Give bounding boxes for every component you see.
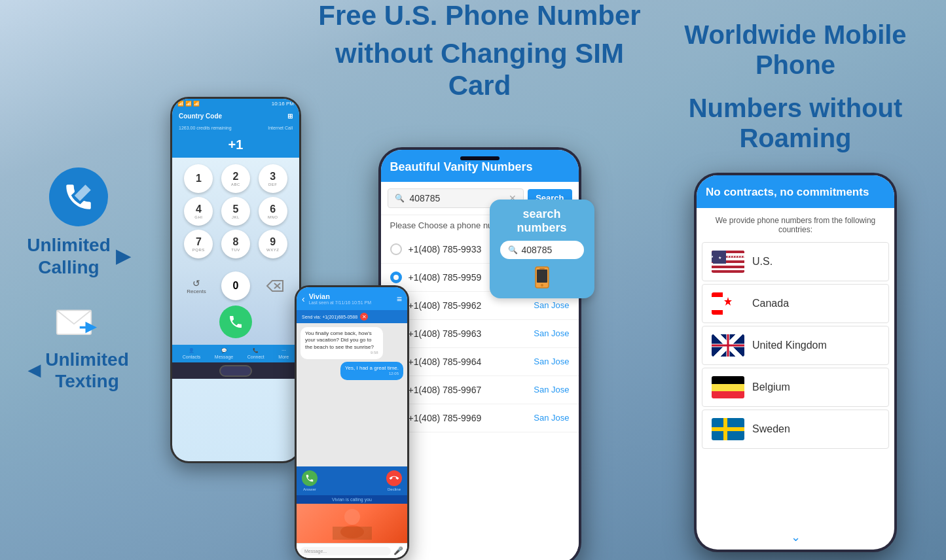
keypad: 1 2ABC 3DEF 4GHI 5JKL 6MNO 7PQRS 8TUV 9W… xyxy=(172,158,299,265)
country-name-se: Sweden xyxy=(752,423,790,435)
headline-line1: Free U.S. Phone Number xyxy=(318,0,640,31)
msg-received-1: You finally come back, how's your vacati… xyxy=(300,327,383,359)
dialer-phone-container: 📶 📶 📶 10:16 PM Country Code ⊞ 1263.00 cr… xyxy=(157,0,314,560)
key-9[interactable]: 9WXYZ xyxy=(259,230,287,258)
calling-label-row: Unlimited Calling ▶ xyxy=(27,234,130,278)
number-text-2: +1(408) 785-9962 xyxy=(409,300,528,311)
country-name-be: Belgium xyxy=(752,381,790,393)
country-list: ★★★★★★★★★★★★★★★★★★★★★★★★★★★★★★★★★★★★★★★★… xyxy=(697,239,894,525)
recents-btn[interactable]: ↺ Recents xyxy=(182,271,211,300)
arrow-right-icon: ▶ xyxy=(116,245,130,267)
nav-connect[interactable]: 📞Connect xyxy=(247,348,264,359)
texting-label-row: ◀ Unlimited Texting xyxy=(28,349,129,393)
radio-1[interactable] xyxy=(390,271,402,283)
chat-messages: You finally come back, how's your vacati… xyxy=(297,323,407,466)
country-item-uk[interactable]: United Kingdom xyxy=(702,326,889,365)
countries-subtitle: We provide phone numbers from the follow… xyxy=(697,208,894,239)
location-6: San Jose xyxy=(534,413,569,423)
country-name-ca: Canada xyxy=(752,298,789,309)
nav-more[interactable]: ⋯More xyxy=(278,348,289,359)
location-3: San Jose xyxy=(534,328,569,338)
tooltip-search-icon: 🔍 xyxy=(508,245,518,254)
location-2: San Jose xyxy=(534,300,569,310)
radio-0[interactable] xyxy=(390,243,402,255)
number-text-3: +1(408) 785-9963 xyxy=(409,328,528,339)
country-item-be[interactable]: Belgium xyxy=(702,368,889,407)
dialer-screen: 📶 📶 📶 10:16 PM Country Code ⊞ 1263.00 cr… xyxy=(172,99,299,461)
answer-btn[interactable]: Answer xyxy=(302,470,318,491)
key-6[interactable]: 6MNO xyxy=(259,197,287,226)
flag-be xyxy=(712,376,744,398)
svg-point-7 xyxy=(541,284,543,287)
status-time: 10:16 PM xyxy=(272,101,294,107)
location-5: San Jose xyxy=(534,385,569,394)
chat-phone-device: ‹ Vivian Last seen at 7/11/16 10:51 PM ≡… xyxy=(295,285,409,560)
key-7[interactable]: 7PQRS xyxy=(184,230,213,258)
tooltip-bubble: search numbers 🔍 408785 xyxy=(490,200,594,298)
mic-icon[interactable]: 🎤 xyxy=(393,546,403,555)
flag-us: ★★★★★★★★★★★★★★★★★★★★★★★★★★★★★★★★★★★★★★★★… xyxy=(712,251,744,273)
flag-se xyxy=(712,418,744,440)
number-item-4[interactable]: +1(408) 785-9964 San Jose xyxy=(381,348,579,376)
phone-icon xyxy=(62,181,95,213)
svg-point-9 xyxy=(344,509,360,525)
country-item-se[interactable]: Sweden xyxy=(702,410,889,449)
number-item-5[interactable]: +1(408) 785-9967 San Jose xyxy=(381,376,579,404)
key-5[interactable]: 5JKL xyxy=(221,197,250,226)
chevron-down-icon[interactable]: ⌄ xyxy=(697,525,894,550)
decline-btn[interactable]: Decline xyxy=(386,470,402,491)
flag-uk xyxy=(712,334,744,357)
country-name-uk: United Kingdom xyxy=(752,340,827,351)
dialer-bottom: ↺ Recents 0 xyxy=(172,265,299,345)
left-section: Unlimited Calling ▶ ◀ Unlimited Texting xyxy=(0,0,157,560)
key-0[interactable]: 0 xyxy=(221,271,250,300)
arrow-left-icon: ◀ xyxy=(28,361,40,379)
status-icons: 📶 📶 📶 xyxy=(177,101,200,107)
country-item-ca[interactable]: Canada xyxy=(702,284,889,323)
key-3[interactable]: 3DEF xyxy=(259,164,287,193)
key-8[interactable]: 8TUV xyxy=(221,230,250,258)
chat-input-field[interactable]: Message... xyxy=(300,547,391,555)
flag-ca xyxy=(712,292,744,315)
phone-nav-bar: 👤Contacts 💬Message 📞Connect ⋯More xyxy=(172,345,299,362)
search-value: 408785 xyxy=(410,193,441,203)
countries-phone-device: No contracts, no commitments We provide … xyxy=(694,173,897,552)
country-item-us[interactable]: ★★★★★★★★★★★★★★★★★★★★★★★★★★★★★★★★★★★★★★★★… xyxy=(702,242,889,281)
countries-header: No contracts, no commitments xyxy=(697,175,894,208)
chat-contact-info: Vivian Last seen at 7/11/16 10:51 PM xyxy=(309,292,393,305)
calling-icon xyxy=(49,167,108,226)
svg-rect-2 xyxy=(80,326,92,328)
tooltip-search-bar: 🔍 408785 xyxy=(500,241,584,259)
call-button[interactable] xyxy=(219,306,252,338)
recents-zero-row: ↺ Recents 0 xyxy=(182,271,289,300)
number-item-3[interactable]: +1(408) 785-9963 San Jose xyxy=(381,320,579,348)
search-magnifier-icon: 🔍 xyxy=(395,194,405,203)
key-2[interactable]: 2ABC xyxy=(221,164,250,193)
location-4: San Jose xyxy=(534,357,569,366)
chat-back-icon[interactable]: ‹ xyxy=(302,294,305,304)
calling-banner: Vivian is calling you xyxy=(297,495,407,504)
top-text-area: Free U.S. Phone Number without Changing … xyxy=(314,0,645,101)
svg-rect-8 xyxy=(539,268,545,270)
search-tooltip: search numbers 🔍 408785 xyxy=(490,200,594,298)
calling-feature: Unlimited Calling ▶ xyxy=(27,167,130,278)
envelope-icon xyxy=(56,305,101,341)
key-4[interactable]: 4GHI xyxy=(184,197,213,226)
chat-header: ‹ Vivian Last seen at 7/11/16 10:51 PM ≡ xyxy=(297,287,407,310)
nav-message[interactable]: 💬Message xyxy=(215,348,233,359)
key-1[interactable]: 1 xyxy=(184,164,213,193)
tooltip-phone-icon xyxy=(529,264,555,290)
home-btn[interactable] xyxy=(219,365,252,377)
delete-btn[interactable] xyxy=(261,271,289,300)
dialer-phone-device: 📶 📶 📶 10:16 PM Country Code ⊞ 1263.00 cr… xyxy=(170,97,301,463)
dialer-header: Country Code ⊞ xyxy=(172,109,299,124)
chat-screen: ‹ Vivian Last seen at 7/11/16 10:51 PM ≡… xyxy=(297,287,407,558)
chat-thumbnail xyxy=(297,504,407,543)
number-text-4: +1(408) 785-9964 xyxy=(409,357,528,367)
number-item-6[interactable]: +1(408) 785-9969 San Jose xyxy=(381,404,579,432)
countries-screen: No contracts, no commitments We provide … xyxy=(697,175,894,550)
phone-notch xyxy=(460,156,500,160)
chat-send-close[interactable]: ✕ xyxy=(360,313,368,321)
nav-contacts[interactable]: 👤Contacts xyxy=(183,348,201,359)
chat-menu-icon[interactable]: ≡ xyxy=(397,294,402,304)
